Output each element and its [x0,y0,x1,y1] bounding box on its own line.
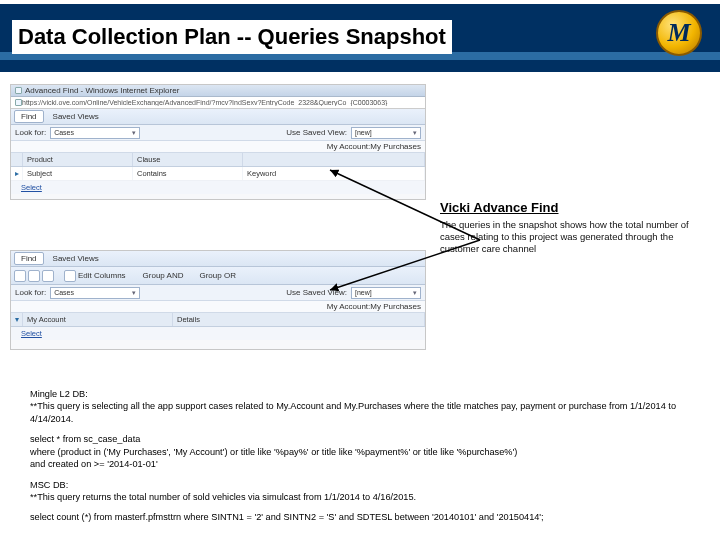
annotation-body: The queries in the snapshot shows how th… [440,219,706,255]
account-breadcrumb: My Account:My Purchases [327,142,421,151]
db2-label: MSC DB: [30,480,68,490]
cell-myaccount: My Account [23,313,173,326]
grid-body: ▸ Subject Contains Keyword Select [11,167,425,194]
screenshot-advanced-find-2: Find Saved Views Edit Columns Group AND … [10,250,426,350]
lookfor-label: Look for: [15,128,46,137]
tab-saved-views[interactable]: Saved Views [46,110,106,123]
account-row: My Account:My Purchases [11,141,425,153]
cell-subject: Subject [23,167,133,180]
select-link-2[interactable]: Select [11,327,425,340]
account-row-2: My Account:My Purchases [11,301,425,313]
grid-col-value [243,153,425,166]
cell-clause: Contains [133,167,243,180]
account-breadcrumb-2: My Account:My Purchases [327,302,421,311]
edit-columns-label[interactable]: Edit Columns [78,271,126,280]
screenshot-advanced-find-1: Advanced Find - Windows Internet Explore… [10,84,426,200]
browser-titlebar: Advanced Find - Windows Internet Explore… [11,85,425,97]
edit-columns-icon[interactable] [64,270,76,282]
cell-details: Details [173,313,425,326]
expand-icon[interactable]: ▸ [11,167,23,180]
window-title: Advanced Find - Windows Internet Explore… [25,86,179,95]
grid-body-2: Select [11,327,425,340]
lookfor-select-2[interactable]: Cases [50,287,140,299]
usesaved-label: Use Saved View: [286,128,347,137]
group-and-button[interactable]: Group AND [136,269,191,282]
sql2-line1: select count (*) from masterf.pfmsttrn w… [30,512,544,522]
grid-col-clause: Clause [133,153,243,166]
db2-desc: **This query returns the total number of… [30,492,416,502]
annotation-heading: Vicki Advance Find [440,200,706,215]
usesaved-label-2: Use Saved View: [286,288,347,297]
tab-strip: Find Saved Views [11,109,425,125]
slide: Data Collection Plan -- Queries Snapshot… [0,0,720,540]
grid-row[interactable]: ▸ Subject Contains Keyword [11,167,425,181]
tab-saved-views-2[interactable]: Saved Views [46,252,106,265]
tab-strip-2: Find Saved Views [11,251,425,267]
sql1-line1: select * from sc_case_data [30,434,140,444]
tab-find[interactable]: Find [14,110,44,123]
tab-find-2[interactable]: Find [14,252,44,265]
sql1-line2: where (product in ('My Purchases', 'My A… [30,447,517,457]
command-bar: Edit Columns Group AND Group OR [11,267,425,285]
grid-header: Product Clause [11,153,425,167]
lookfor-label-2: Look for: [15,288,46,297]
query-row: Look for: Cases Use Saved View: [new] [11,125,425,141]
save-icon[interactable] [28,270,40,282]
query-icon[interactable] [14,270,26,282]
slide-title: Data Collection Plan -- Queries Snapshot [12,20,452,54]
grid-col-expand [11,153,23,166]
body-copy: Mingle L2 DB: **This query is selecting … [30,388,704,532]
cell-value: Keyword [243,167,425,180]
logo-letter: M [667,18,690,48]
url-input[interactable] [22,98,421,108]
expand-icon-2[interactable]: ▾ [11,313,23,326]
lock-icon [15,99,22,106]
window-icon [15,87,22,94]
grid-header-2: ▾ My Account Details [11,313,425,327]
usesaved-select-2[interactable]: [new] [351,287,421,299]
manheim-logo: M [656,10,702,56]
select-link[interactable]: Select [11,181,425,194]
query-row-2: Look for: Cases Use Saved View: [new] [11,285,425,301]
annotation-box: Vicki Advance Find The queries in the sn… [440,200,706,255]
db1-label: Mingle L2 DB: [30,389,88,399]
db1-desc: **This query is selecting all the app su… [30,401,676,423]
usesaved-select[interactable]: [new] [351,127,421,139]
address-bar[interactable] [11,97,425,109]
grid-col-product: Product [23,153,133,166]
sql1-line3: and created on >= '2014-01-01' [30,459,158,469]
group-or-button[interactable]: Group OR [192,269,242,282]
run-icon[interactable] [42,270,54,282]
lookfor-select[interactable]: Cases [50,127,140,139]
